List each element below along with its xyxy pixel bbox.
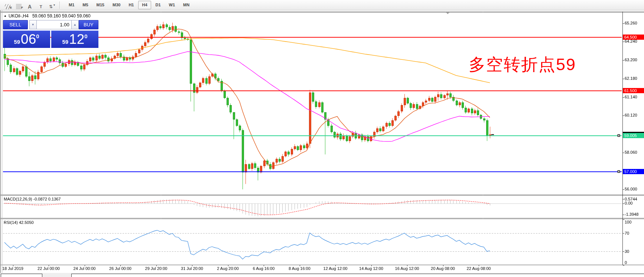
macd-tick-0.00: 0.00 <box>625 201 632 205</box>
one-click-trading-widget: SELL ▼ ▲ BUY 59060 59120 <box>3 20 98 48</box>
collapse-icon[interactable]: ▲ <box>4 14 7 17</box>
fibonacci-tool[interactable]: F <box>13 1 24 9</box>
hline-badge-61.500: 61.500 <box>623 88 644 93</box>
time-tick-11: 14 Aug 12:00 <box>359 266 383 271</box>
sell-price-main: 59 <box>14 39 20 45</box>
chart-annotation[interactable]: 多空转折点59 <box>469 53 576 76</box>
text-tool[interactable]: T <box>36 1 46 9</box>
buy-price-sup: 0 <box>84 33 87 39</box>
price-tick-64.240: 64.240 <box>625 39 637 43</box>
time-tick-5: 29 Jul 20:00 <box>145 266 167 271</box>
window-left-edge-inner <box>2 10 2 277</box>
time-tick-9: 8 Aug 16:00 <box>289 266 310 271</box>
time-tick-2: 22 Jul 00:00 <box>38 266 60 271</box>
sell-price-big: 06 <box>21 32 36 47</box>
timeframe-m5[interactable]: M5 <box>79 1 92 9</box>
price-tick-60.120: 60.120 <box>625 113 637 117</box>
rsi-tick-70: 70 <box>625 231 629 235</box>
sell-button[interactable]: SELL <box>3 20 28 29</box>
rsi-tick-0: 0 <box>625 260 627 265</box>
price-tick-65.260: 65.260 <box>625 21 637 25</box>
top-toolbar: EFAT⇅▾ M1M5M15M30H1H4D1W1MN <box>0 0 644 10</box>
timeframe-m15[interactable]: M15 <box>93 1 108 9</box>
volume-increase-button[interactable]: ▲ <box>71 20 79 29</box>
hline-badge-64.500: 64.500 <box>623 35 644 40</box>
time-tick-6: 31 Jul 20:00 <box>181 266 203 271</box>
timeframe-h1[interactable]: H1 <box>125 1 137 9</box>
timeframe-h4[interactable]: H4 <box>138 1 151 9</box>
ohlc-values: 59.060 59.160 59.040 59.060 <box>32 13 91 19</box>
arrow-tools[interactable]: ⇅▾ <box>47 1 57 9</box>
price-tick-61.140: 61.140 <box>625 95 637 99</box>
equidistant-channel-tool[interactable]: E <box>2 1 13 9</box>
time-tick-1: 18 Jul 2019 <box>2 266 23 271</box>
buy-button[interactable]: BUY <box>79 20 98 29</box>
timeframe-group: M1M5M15M30H1H4D1W1MN <box>62 1 193 9</box>
time-tick-14: 22 Aug 08:00 <box>467 266 491 271</box>
toolbar-separator <box>59 1 60 9</box>
bottom-tab-1[interactable] <box>1 274 42 277</box>
price-tick-62.180: 62.180 <box>625 76 637 81</box>
time-tick-12: 16 Aug 12:00 <box>395 266 419 271</box>
rsi-tick-30: 30 <box>625 249 629 254</box>
chart-title: ▲UKOil-,H459.060 59.160 59.040 59.060 <box>4 13 91 19</box>
time-tick-10: 12 Aug 12:00 <box>323 266 348 271</box>
volume-decrease-button[interactable]: ▼ <box>29 20 37 29</box>
timeframe-m30[interactable]: M30 <box>109 1 124 9</box>
price-panels: 59060 59120 <box>3 30 98 48</box>
price-tick-63.200: 63.200 <box>625 58 637 62</box>
time-tick-3: 24 Jul 00:00 <box>74 266 96 271</box>
rsi-label: RSI(14) 42.5050 <box>4 220 34 225</box>
time-tick-7: 2 Aug 20:00 <box>217 266 239 271</box>
drawing-tools-group: EFAT⇅▾ <box>0 1 58 9</box>
time-tick-8: 6 Aug 16:00 <box>253 266 275 271</box>
sell-price-sup: 0 <box>36 33 39 39</box>
hline-badge-59.005: 59.005 <box>623 133 644 138</box>
text-label-tool[interactable]: A <box>25 1 35 9</box>
timeframe-mn[interactable]: MN <box>179 1 193 9</box>
sell-price-panel[interactable]: 59060 <box>3 30 50 48</box>
time-tick-4: 26 Jul 00:00 <box>109 266 131 271</box>
time-tick-13: 20 Aug 08:00 <box>431 266 455 271</box>
macd-label: MACD(12,26,9) -0.0872 0.1367 <box>4 197 61 201</box>
buy-price-main: 59 <box>62 39 68 45</box>
bottom-tab-2[interactable] <box>71 274 644 277</box>
timeframe-d1[interactable]: D1 <box>152 1 165 9</box>
window-left-edge <box>0 10 1 277</box>
volume-input[interactable] <box>37 20 71 29</box>
price-tick-58.060: 58.060 <box>625 150 637 154</box>
macd-tick--1.3948: -1.3948 <box>625 212 638 216</box>
hline-badge-57.000: 57.000 <box>623 169 644 174</box>
symbol-label: UKOil-,H4 <box>9 13 29 19</box>
price-tick-56.000: 56.000 <box>625 187 637 191</box>
timeframe-m1[interactable]: M1 <box>65 1 78 9</box>
timeframe-w1[interactable]: W1 <box>165 1 179 9</box>
one-click-order-row: SELL ▼ ▲ BUY <box>3 20 98 29</box>
buy-price-panel[interactable]: 59120 <box>51 30 98 48</box>
buy-price-big: 12 <box>69 32 84 47</box>
rsi-tick-100: 100 <box>625 220 631 224</box>
